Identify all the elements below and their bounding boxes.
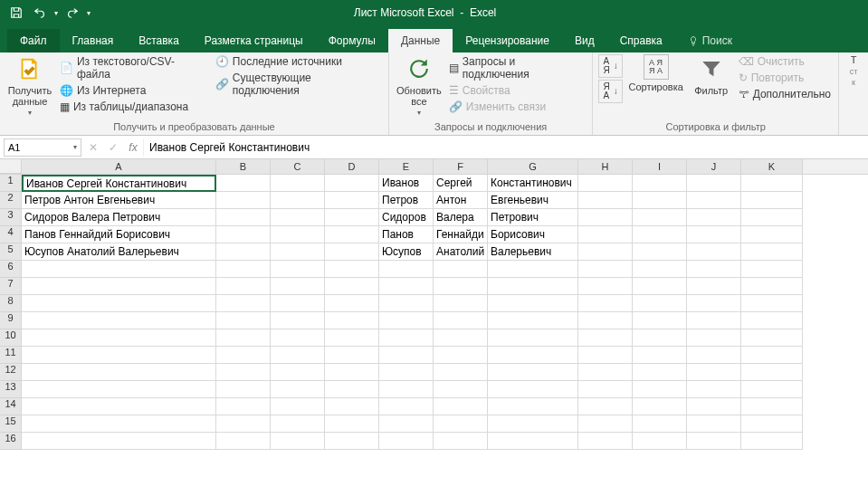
cell-K6[interactable] <box>741 261 803 278</box>
cell-C16[interactable] <box>271 433 325 450</box>
cell-F12[interactable] <box>434 364 488 381</box>
cell-B9[interactable] <box>216 312 271 329</box>
cell-D11[interactable] <box>325 347 379 364</box>
cell-I4[interactable] <box>633 226 687 243</box>
cell-G1[interactable]: Константинович <box>488 175 578 192</box>
cell-C7[interactable] <box>271 278 325 295</box>
cell-G13[interactable] <box>488 381 578 398</box>
cell-I3[interactable] <box>633 209 687 226</box>
cell-G16[interactable] <box>488 433 578 450</box>
cell-B5[interactable] <box>216 243 271 261</box>
cell-A11[interactable] <box>22 347 216 364</box>
cell-A5[interactable]: Юсупов Анатолий Валерьевич <box>22 243 216 261</box>
from-table-button[interactable]: ▦Из таблицы/диапазона <box>58 100 210 114</box>
cell-I7[interactable] <box>633 278 687 295</box>
cell-E14[interactable] <box>379 398 434 415</box>
undo-dropdown-icon[interactable]: ▾ <box>54 9 58 17</box>
fx-icon[interactable]: fx <box>123 141 143 154</box>
cell-C10[interactable] <box>271 329 325 347</box>
cell-B11[interactable] <box>216 347 271 364</box>
cell-J16[interactable] <box>687 433 741 450</box>
cell-J6[interactable] <box>687 261 741 278</box>
cell-D2[interactable] <box>325 192 379 209</box>
cell-B1[interactable] <box>216 175 271 192</box>
cell-A1[interactable]: Иванов Сергей Константинович <box>22 175 216 192</box>
from-csv-button[interactable]: 📄Из текстового/CSV-файла <box>58 54 210 81</box>
cell-D13[interactable] <box>325 381 379 398</box>
row-header-12[interactable]: 12 <box>0 364 22 381</box>
cell-H9[interactable] <box>578 312 633 329</box>
cell-G8[interactable] <box>488 295 578 312</box>
cell-F9[interactable] <box>434 312 488 329</box>
cell-D14[interactable] <box>325 398 379 415</box>
cell-E2[interactable]: Петров <box>379 192 434 209</box>
cell-A2[interactable]: Петров Антон Евгеньевич <box>22 192 216 209</box>
cell-C6[interactable] <box>271 261 325 278</box>
cell-D15[interactable] <box>325 415 379 433</box>
cell-E7[interactable] <box>379 278 434 295</box>
cell-J3[interactable] <box>687 209 741 226</box>
cell-A15[interactable] <box>22 415 216 433</box>
cell-A14[interactable] <box>22 398 216 415</box>
chevron-down-icon[interactable]: ▾ <box>73 143 77 151</box>
cell-J2[interactable] <box>687 192 741 209</box>
cell-A12[interactable] <box>22 364 216 381</box>
cell-G15[interactable] <box>488 415 578 433</box>
row-header-3[interactable]: 3 <box>0 209 22 226</box>
cell-B2[interactable] <box>216 192 271 209</box>
tab-data[interactable]: Данные <box>388 29 453 52</box>
cell-D16[interactable] <box>325 433 379 450</box>
cell-C3[interactable] <box>271 209 325 226</box>
cell-J7[interactable] <box>687 278 741 295</box>
cell-I16[interactable] <box>633 433 687 450</box>
column-header-I[interactable]: I <box>633 159 687 174</box>
cell-I10[interactable] <box>633 329 687 347</box>
cell-G3[interactable]: Петрович <box>488 209 578 226</box>
cell-E5[interactable]: Юсупов <box>379 243 434 261</box>
cell-D10[interactable] <box>325 329 379 347</box>
cell-G6[interactable] <box>488 261 578 278</box>
cell-J12[interactable] <box>687 364 741 381</box>
cell-H13[interactable] <box>578 381 633 398</box>
save-icon[interactable] <box>7 4 25 22</box>
cell-A8[interactable] <box>22 295 216 312</box>
row-header-6[interactable]: 6 <box>0 261 22 278</box>
cell-A7[interactable] <box>22 278 216 295</box>
tab-help[interactable]: Справка <box>607 29 675 52</box>
grid-body[interactable]: 1Иванов Сергей КонстантиновичИвановСерге… <box>0 175 868 496</box>
cell-E8[interactable] <box>379 295 434 312</box>
select-all-triangle[interactable] <box>0 159 22 174</box>
cell-G10[interactable] <box>488 329 578 347</box>
cell-J8[interactable] <box>687 295 741 312</box>
cell-K4[interactable] <box>741 226 803 243</box>
cell-F3[interactable]: Валера <box>434 209 488 226</box>
column-header-B[interactable]: B <box>216 159 271 174</box>
cell-J11[interactable] <box>687 347 741 364</box>
row-header-2[interactable]: 2 <box>0 192 22 209</box>
column-header-A[interactable]: A <box>22 159 216 174</box>
cell-G12[interactable] <box>488 364 578 381</box>
existing-connections-button[interactable]: 🔗Существующие подключения <box>214 71 383 98</box>
cell-F5[interactable]: Анатолий <box>434 243 488 261</box>
cell-J4[interactable] <box>687 226 741 243</box>
tab-layout[interactable]: Разметка страницы <box>192 29 316 52</box>
cell-F15[interactable] <box>434 415 488 433</box>
cell-E12[interactable] <box>379 364 434 381</box>
cell-A9[interactable] <box>22 312 216 329</box>
cell-K5[interactable] <box>741 243 803 261</box>
row-header-4[interactable]: 4 <box>0 226 22 243</box>
cell-I12[interactable] <box>633 364 687 381</box>
cell-H3[interactable] <box>578 209 633 226</box>
cell-H4[interactable] <box>578 226 633 243</box>
cell-H7[interactable] <box>578 278 633 295</box>
cell-B14[interactable] <box>216 398 271 415</box>
cell-B3[interactable] <box>216 209 271 226</box>
filter-button[interactable]: Фильтр <box>690 54 733 96</box>
formula-input[interactable]: Иванов Сергей Константинович <box>143 138 868 157</box>
cell-I14[interactable] <box>633 398 687 415</box>
cell-H10[interactable] <box>578 329 633 347</box>
cell-A6[interactable] <box>22 261 216 278</box>
row-header-11[interactable]: 11 <box>0 347 22 364</box>
undo-icon[interactable] <box>31 4 49 22</box>
cell-I2[interactable] <box>633 192 687 209</box>
